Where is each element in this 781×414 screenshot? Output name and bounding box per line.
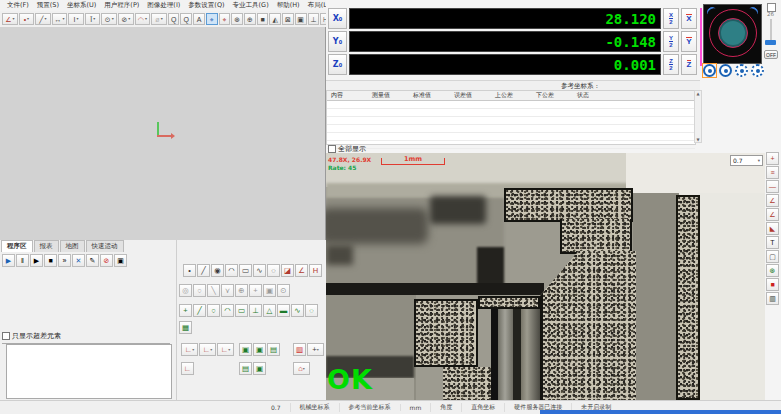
line-measure-button[interactable]: ╱	[35, 13, 51, 25]
triangle-scan-button[interactable]: ◣	[766, 222, 779, 235]
auto-arc-tool[interactable]: ◠	[221, 304, 234, 317]
grid-tool[interactable]: ▦	[179, 321, 192, 334]
results-scrollbar[interactable]: ▲ ▼	[694, 90, 702, 143]
auto-line-tool[interactable]: ╱	[193, 304, 206, 317]
arc-tool[interactable]: ◠	[225, 264, 238, 277]
edge-detect-tool-button[interactable]: ≡	[766, 166, 779, 179]
menu-pro-tools[interactable]: 专业工具(G)	[230, 1, 272, 10]
disable-button[interactable]: ⊘	[100, 254, 113, 267]
auto-perp-tool[interactable]: ⊥	[249, 304, 262, 317]
auto-point-tool[interactable]: +	[179, 304, 192, 317]
program-listbox[interactable]	[6, 344, 172, 399]
menu-file[interactable]: 文件(F)	[4, 1, 32, 10]
capture-3-button[interactable]: ▤	[267, 343, 280, 356]
curve-tool[interactable]: ∿	[253, 264, 266, 277]
cs-build-offset-button[interactable]: ∟	[181, 362, 194, 375]
wrench-edit-button[interactable]: ✕	[72, 254, 85, 267]
perpendicular-button[interactable]: ⊥	[308, 13, 320, 25]
depth-measure-button[interactable]: Ī	[85, 13, 101, 25]
line-tool[interactable]: ╱	[197, 264, 210, 277]
point-tool[interactable]: •	[183, 264, 196, 277]
y-half-button[interactable]: Y2	[663, 31, 679, 52]
record-tool-button[interactable]: ■	[766, 278, 779, 291]
archive-button[interactable]: ▣	[114, 254, 127, 267]
menu-user-program[interactable]: 用户程序(P)	[101, 1, 142, 10]
cs-build-line-button[interactable]: ∟	[199, 343, 216, 356]
triangle-tool-button[interactable]: ◭	[269, 13, 281, 25]
menu-image-process[interactable]: 图像处理(I)	[144, 1, 183, 10]
menu-coordsys[interactable]: 坐标系(U)	[64, 1, 99, 10]
rect-tool[interactable]: ▭	[239, 264, 252, 277]
select-region-button[interactable]: ▢	[766, 250, 779, 263]
angle-scan-2-button[interactable]: ∠	[766, 208, 779, 221]
tab-map[interactable]: 地图	[60, 240, 85, 252]
line-scan-tool-button[interactable]: —	[766, 180, 779, 193]
zoom-in-button[interactable]: Q	[168, 13, 180, 25]
barcode-tool-button[interactable]: ▥	[766, 292, 779, 305]
gear-settings-button[interactable]: ⊛	[231, 13, 243, 25]
auto-triangle-tool[interactable]: △	[263, 304, 276, 317]
graphics-viewport[interactable]	[0, 27, 326, 241]
contrast-tool[interactable]: ◪	[281, 264, 294, 277]
showall-checkbox[interactable]	[328, 145, 336, 153]
auto-blob-tool[interactable]: ◌	[305, 304, 318, 317]
y-zero-button[interactable]: Y	[681, 31, 697, 52]
tab-report[interactable]: 报表	[34, 240, 59, 252]
auto-curve-tool[interactable]: ∿	[291, 304, 304, 317]
blob-tool[interactable]: ◌	[267, 264, 280, 277]
angle-tool[interactable]: ∠	[295, 264, 308, 277]
menu-preset[interactable]: 预置(S)	[34, 1, 62, 10]
x-half-button[interactable]: X2	[663, 8, 679, 29]
angle-scan-1-button[interactable]: ∠	[766, 194, 779, 207]
capture-2-button[interactable]: ▣	[253, 343, 266, 356]
z-zero-button[interactable]: Z	[681, 54, 697, 75]
settings-tool-button[interactable]: ⊛	[766, 264, 779, 277]
circle-measure-button[interactable]: ⊙	[101, 13, 117, 25]
arc-measure-button[interactable]: ◠	[135, 13, 151, 25]
auto-circle-tool[interactable]: ○	[207, 304, 220, 317]
angle-measure-button[interactable]: ∠	[2, 13, 18, 25]
point-measure-button[interactable]: •	[19, 13, 35, 25]
auto-fill-tool[interactable]: ▬	[277, 304, 290, 317]
camera-zoom-select[interactable]: 0.7 ▾	[730, 155, 763, 166]
x-zero-button[interactable]: X	[681, 8, 697, 29]
light-mode-segment-button[interactable]	[751, 64, 764, 77]
light-off-button[interactable]: OFF	[764, 50, 778, 59]
scroll-up-icon[interactable]: ▲	[696, 91, 699, 96]
home-view-button[interactable]: ⌂	[293, 362, 310, 375]
y-axis-label[interactable]: Y₀	[328, 31, 347, 52]
stop-button[interactable]: ■	[257, 13, 269, 25]
capture-4-button[interactable]: ▤	[239, 362, 252, 375]
circle-slash-measure-button[interactable]: ⊘	[118, 13, 134, 25]
crosshair-capture-button[interactable]: +	[307, 343, 324, 356]
light-mode-quadrant-button[interactable]	[735, 64, 748, 77]
x-axis-label[interactable]: X₀	[328, 8, 347, 29]
image-capture-button[interactable]: ⊠	[282, 13, 294, 25]
circle-tool[interactable]: ◉	[211, 264, 224, 277]
cs-build-point-button[interactable]: ∟	[181, 343, 198, 356]
menu-help[interactable]: 帮助(H)	[274, 1, 303, 10]
probe-tool-button[interactable]: ⌖	[206, 13, 218, 25]
light-mode-coaxial-button[interactable]	[719, 64, 732, 77]
text-tool-button[interactable]: T	[766, 236, 779, 249]
rgb-filter-button[interactable]: ▥	[293, 343, 306, 356]
camera-viewport[interactable]: 47.8X, 26.9X Rate: 45 1mm 0.7 ▾ OK	[326, 153, 765, 400]
probe-calibrate-button[interactable]: ⊕	[244, 13, 256, 25]
slider-handle[interactable]	[765, 40, 776, 45]
menu-param-settings[interactable]: 参数设置(Q)	[185, 1, 227, 10]
screen-button[interactable]: ▣	[295, 13, 307, 25]
pencil-edit-button[interactable]: ✎	[86, 254, 99, 267]
play-button[interactable]: ▶	[2, 254, 15, 267]
z-axis-label[interactable]: Z₀	[328, 54, 347, 75]
capture-1-button[interactable]: ▣	[239, 343, 252, 356]
text-annotation-button[interactable]: A	[193, 13, 205, 25]
auto-rect-tool[interactable]: ▭	[235, 304, 248, 317]
light-mode-ring-button[interactable]	[703, 64, 716, 77]
z-half-button[interactable]: Z2	[663, 54, 679, 75]
capture-5-button[interactable]: ▣	[253, 362, 266, 375]
filter-checkbox[interactable]	[2, 332, 10, 340]
crosshair-tool-button[interactable]: +	[766, 152, 779, 165]
scroll-down-icon[interactable]: ▼	[696, 137, 699, 142]
tab-program-area[interactable]: 程序区	[1, 240, 33, 252]
distance-measure-button[interactable]: ↔	[52, 13, 68, 25]
